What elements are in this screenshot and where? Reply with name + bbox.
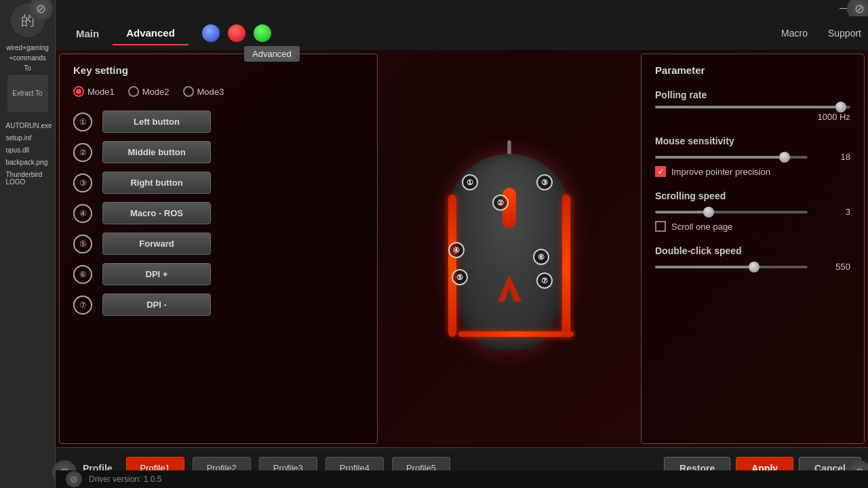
mode1-label: Mode1: [87, 87, 115, 97]
double-click-label: Double-click speed: [655, 245, 850, 256]
left-button-btn[interactable]: Left button: [102, 110, 211, 133]
marker-2: ②: [492, 195, 509, 211]
content-area: Key setting Mode1 Mode2 Mode3 ① Left: [56, 50, 868, 447]
btn-number-1: ①: [73, 113, 92, 131]
btn-number-6: ⑥: [73, 265, 92, 284]
polling-rate-slider-row: [655, 106, 850, 108]
left-accent: [448, 195, 456, 337]
sidebar-text-3: To: [24, 64, 31, 72]
improve-pointer-checkbox[interactable]: [655, 166, 666, 177]
file-autorun: AUTORUN.exe: [3, 120, 52, 131]
profile-dots: [202, 24, 271, 42]
parameter-panel: Parameter Polling rate 1000 Hz Mouse sen…: [641, 54, 865, 444]
button-row-2: ② Middle button: [73, 141, 363, 163]
button-row-4: ④ Macro - ROS: [73, 202, 363, 224]
double-click-value: 550: [813, 262, 850, 272]
sensitivity-fill: [655, 156, 785, 159]
scrolling-track[interactable]: [655, 211, 808, 214]
btn-number-7: ⑦: [73, 296, 92, 314]
file-backpack: backpack.png: [3, 157, 52, 168]
desktop-sidebar: 的 wired+gaming +commands To Extract To A…: [0, 0, 56, 488]
mouse-sensitivity-section: Mouse sensitivity 18 Improve pointer pre…: [655, 136, 850, 177]
file-opus: opus.dll: [3, 144, 52, 156]
scroll-one-page-checkbox[interactable]: [655, 221, 666, 232]
file-logo: Thunderbird LOGO: [3, 169, 52, 188]
marker-6: ⑥: [533, 249, 549, 265]
sensitivity-slider-row: 18: [655, 152, 850, 162]
nav-macro[interactable]: Macro: [781, 28, 808, 39]
polling-rate-value: 1000 Hz: [655, 112, 850, 122]
scrolling-speed-section: Scrolling speed 3 Scroll one page: [655, 190, 850, 232]
mode2-radio-circle: [128, 86, 139, 97]
polling-rate-track[interactable]: [655, 106, 850, 108]
macro-ros-btn[interactable]: Macro - ROS: [102, 202, 211, 224]
key-setting-panel: Key setting Mode1 Mode2 Mode3 ① Left: [59, 54, 378, 444]
scrolling-fill: [655, 211, 709, 214]
title-bar: ⊘ — ✕ ⊘: [56, 0, 868, 16]
sidebar-text-2: +commands: [9, 54, 46, 62]
double-click-slider-row: 550: [655, 262, 850, 272]
mode3-radio[interactable]: Mode3: [183, 86, 224, 97]
mode1-radio-circle: [73, 86, 84, 97]
svg-marker-0: [498, 274, 521, 302]
middle-button-btn[interactable]: Middle button: [102, 141, 211, 163]
mouse-logo: [489, 269, 530, 310]
btn-number-4: ④: [73, 204, 92, 223]
app-window: ⊘ — ✕ ⊘ Main Advanced Macro Support Adva…: [56, 0, 868, 488]
driver-version: Driver version: 1.0.5: [89, 474, 161, 484]
polling-rate-label: Polling rate: [655, 89, 850, 100]
scrolling-thumb[interactable]: [703, 207, 714, 218]
nav-right-items: Macro Support: [781, 28, 861, 39]
scrolling-speed-label: Scrolling speed: [655, 190, 850, 201]
parameter-title: Parameter: [655, 64, 850, 76]
scroll-one-page-label: Scroll one page: [671, 222, 732, 232]
mouse-image-area: ① ② ③ ④ ⑤ ⑥ ⑦: [381, 50, 637, 447]
button-row-5: ⑤ Forward: [73, 232, 363, 255]
button-row-1: ① Left button: [73, 110, 363, 133]
mouse-bottom-accent: [458, 331, 574, 337]
btn-number-3: ③: [73, 174, 92, 192]
mode1-radio[interactable]: Mode1: [73, 86, 115, 97]
improve-pointer-label: Improve pointer precision: [671, 167, 770, 177]
dot-blue[interactable]: [202, 24, 220, 42]
sensitivity-thumb[interactable]: [779, 152, 790, 163]
btn-number-2: ②: [73, 143, 92, 162]
right-accent: [562, 195, 570, 337]
polling-rate-fill: [655, 106, 841, 108]
button-row-7: ⑦ DPI -: [73, 293, 363, 316]
mouse-sensitivity-label: Mouse sensitivity: [655, 136, 850, 146]
marker-1: ①: [462, 174, 478, 190]
scrolling-slider-row: 3: [655, 207, 850, 217]
sidebar-extract-icon[interactable]: Extract To: [7, 75, 48, 112]
polling-rate-thumb[interactable]: [835, 102, 846, 113]
dot-green[interactable]: [254, 24, 271, 42]
mode3-label: Mode3: [197, 87, 224, 97]
right-button-btn[interactable]: Right button: [102, 171, 211, 194]
double-click-track[interactable]: [655, 266, 808, 268]
tab-main[interactable]: Main: [62, 22, 113, 45]
mode3-radio-circle: [183, 86, 194, 97]
sensitivity-value: 18: [813, 152, 850, 162]
mode-row: Mode1 Mode2 Mode3: [73, 86, 363, 97]
marker-3: ③: [536, 174, 553, 190]
double-click-thumb[interactable]: [749, 262, 760, 272]
status-icon: ⊘: [66, 471, 82, 487]
dpi-minus-btn[interactable]: DPI -: [102, 293, 211, 316]
double-click-fill: [655, 266, 754, 268]
scrolling-value: 3: [813, 207, 850, 217]
dot-red[interactable]: [228, 24, 245, 42]
sensitivity-track[interactable]: [655, 156, 808, 159]
mouse-illustration: ① ② ③ ④ ⑤ ⑥ ⑦: [441, 140, 577, 357]
mode2-radio[interactable]: Mode2: [128, 86, 170, 97]
nav-bar: Main Advanced Macro Support: [56, 16, 868, 50]
nav-support[interactable]: Support: [828, 28, 861, 39]
btn-number-5: ⑤: [73, 235, 92, 253]
dpi-plus-btn[interactable]: DPI +: [102, 263, 211, 285]
file-setup: setup.inf: [3, 132, 52, 144]
tab-advanced[interactable]: Advanced: [113, 22, 189, 45]
forward-btn[interactable]: Forward: [102, 232, 211, 255]
key-setting-title: Key setting: [73, 64, 363, 76]
button-row-3: ③ Right button: [73, 171, 363, 194]
improve-pointer-row: Improve pointer precision: [655, 166, 850, 177]
marker-5: ⑤: [452, 269, 468, 285]
